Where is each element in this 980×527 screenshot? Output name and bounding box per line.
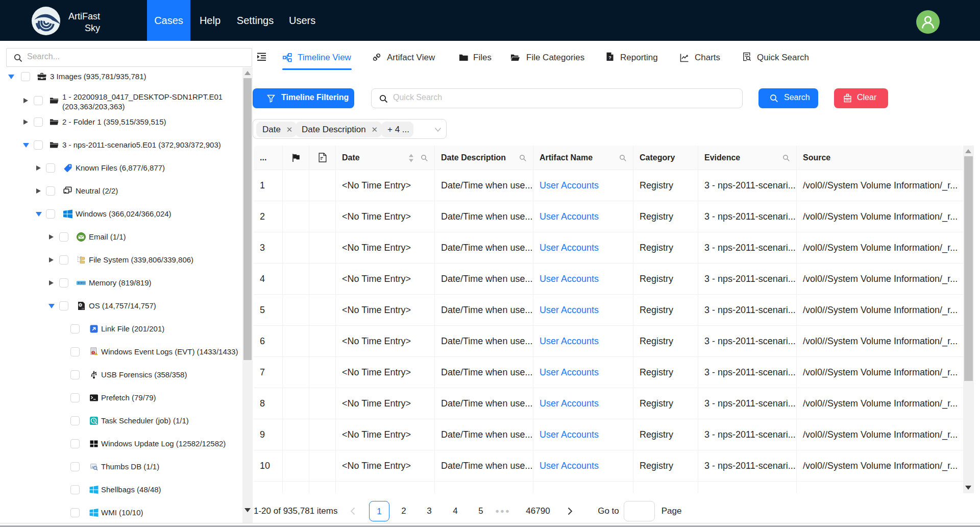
svg-text:os: os [82, 307, 85, 310]
svg-text:?: ? [608, 55, 611, 60]
